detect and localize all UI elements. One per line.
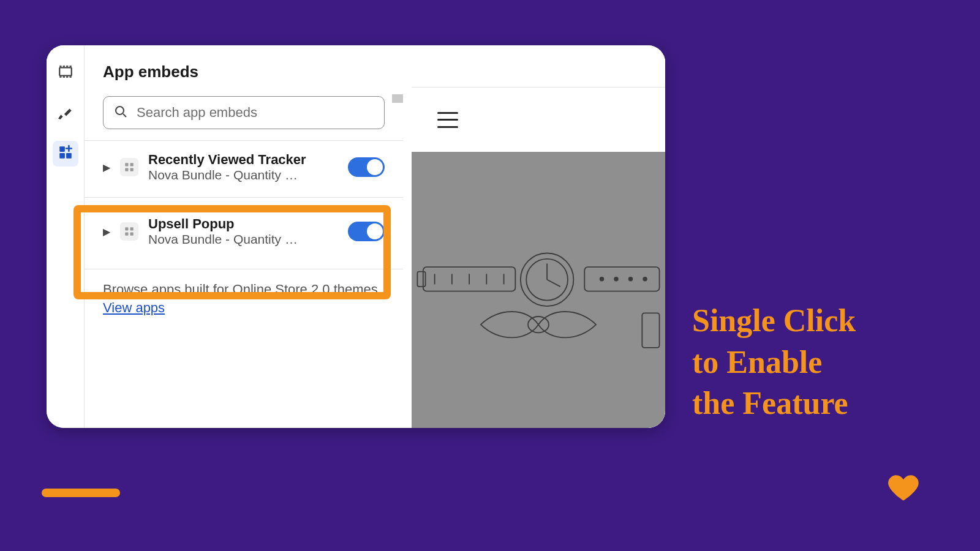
svg-rect-33 xyxy=(642,313,659,347)
search-app-embeds[interactable] xyxy=(103,96,385,129)
preview-browser-chrome xyxy=(412,54,665,88)
brush-icon xyxy=(58,104,74,122)
svg-rect-10 xyxy=(125,168,128,171)
search-icon xyxy=(113,104,128,121)
toggle-knob xyxy=(367,159,383,175)
svg-rect-9 xyxy=(130,163,134,166)
chevron-right-icon[interactable]: ▶ xyxy=(103,226,110,238)
sections-icon xyxy=(58,64,74,82)
app-thumb-icon xyxy=(120,158,138,176)
embed-name: Recently Viewed Tracker xyxy=(148,152,338,168)
embed-row-upsell-popup[interactable]: ▶ Upsell Popup Nova Bundle - Quantity … xyxy=(85,198,403,265)
svg-rect-4 xyxy=(59,153,65,159)
embed-name: Upsell Popup xyxy=(148,216,338,232)
svg-point-31 xyxy=(643,277,647,281)
svg-rect-5 xyxy=(66,153,72,159)
search-input[interactable] xyxy=(137,105,374,121)
svg-point-29 xyxy=(614,277,618,281)
storefront-hero-placeholder xyxy=(412,152,665,428)
svg-line-7 xyxy=(123,114,126,117)
heart-icon xyxy=(886,473,921,504)
accent-bar xyxy=(42,489,120,497)
svg-point-28 xyxy=(600,277,604,281)
panel-title: App embeds xyxy=(85,45,403,96)
promo-line-2: to Enable xyxy=(692,342,856,383)
svg-point-6 xyxy=(116,107,124,114)
rail-app-embeds-button[interactable] xyxy=(53,141,78,167)
left-icon-rail xyxy=(47,45,85,428)
store-preview-pane xyxy=(403,45,665,428)
browse-apps-text: Browse apps built for Online Store 2.0 t… xyxy=(85,269,403,317)
app-embeds-panel: App embeds ▶ xyxy=(85,45,403,428)
svg-line-26 xyxy=(547,280,560,287)
rail-theme-button[interactable] xyxy=(53,100,78,126)
svg-point-30 xyxy=(629,277,633,281)
app-thumb-icon xyxy=(120,222,138,241)
screenshot-card: App embeds ▶ xyxy=(47,45,665,428)
svg-rect-14 xyxy=(125,233,128,236)
svg-rect-27 xyxy=(584,267,659,291)
storefront-header xyxy=(412,88,665,152)
rail-sections-button[interactable] xyxy=(53,60,78,86)
promo-headline: Single Click to Enable the Feature xyxy=(692,300,856,424)
promo-line-3: the Feature xyxy=(692,383,856,424)
toggle-knob xyxy=(367,223,383,239)
hamburger-icon[interactable] xyxy=(437,112,458,128)
embed-row-recently-viewed-tracker[interactable]: ▶ Recently Viewed Tracker Nova Bundle - … xyxy=(85,141,403,193)
svg-rect-15 xyxy=(130,233,134,236)
embed-subtitle: Nova Bundle - Quantity … xyxy=(148,168,338,182)
apps-icon xyxy=(58,144,74,163)
toggle-recently-viewed-tracker[interactable] xyxy=(348,157,385,177)
chevron-right-icon[interactable]: ▶ xyxy=(103,162,110,173)
svg-rect-0 xyxy=(59,68,72,76)
svg-rect-17 xyxy=(417,271,425,286)
toggle-upsell-popup[interactable] xyxy=(348,222,385,241)
scrollbar-thumb[interactable] xyxy=(392,94,403,103)
svg-rect-3 xyxy=(59,146,65,152)
promo-line-1: Single Click xyxy=(692,300,856,342)
browse-copy: Browse apps built for Online Store 2.0 t… xyxy=(103,282,382,297)
svg-rect-13 xyxy=(130,227,134,230)
svg-rect-8 xyxy=(125,163,128,166)
view-apps-link[interactable]: View apps xyxy=(103,300,165,315)
svg-rect-11 xyxy=(130,168,134,171)
svg-rect-12 xyxy=(125,227,128,230)
embed-subtitle: Nova Bundle - Quantity … xyxy=(148,232,338,247)
